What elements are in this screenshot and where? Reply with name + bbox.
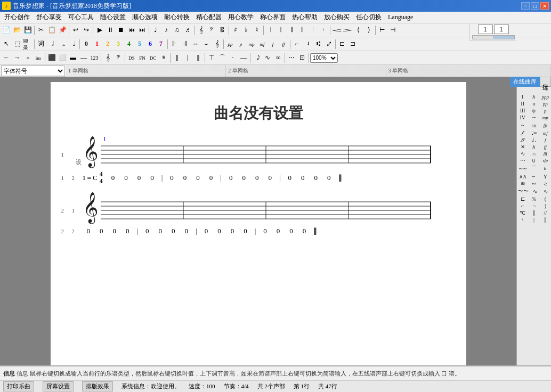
cursor-btn[interactable]: ↖	[1, 39, 12, 50]
pause-btn[interactable]: ⏸	[105, 25, 116, 36]
dyn-ppp[interactable]: ppp	[541, 94, 550, 100]
open-btn[interactable]: 📂	[12, 25, 22, 36]
num1-btn[interactable]: 1	[92, 39, 102, 50]
minimize-button[interactable]: －	[521, 2, 530, 10]
misc6-btn[interactable]: 𝄅	[318, 25, 329, 36]
treble-clef-btn[interactable]: 𝄞	[196, 25, 206, 36]
align-center-btn[interactable]: ⬜	[57, 53, 68, 63]
dyn-quarternote[interactable]: ♩=	[529, 130, 538, 136]
chord-btn[interactable]: ⑆	[313, 39, 323, 50]
dyn-ff[interactable]: ff	[541, 144, 550, 150]
dyn-ff-btn[interactable]: ff	[278, 39, 289, 50]
bass2-btn[interactable]: 𝄢	[113, 53, 124, 63]
nav-left-btn[interactable]: ←	[1, 53, 12, 63]
redo-btn[interactable]: ↪	[81, 25, 92, 36]
trill-btn[interactable]: 𝄞	[212, 39, 222, 50]
bass-clef-btn[interactable]: 𝄢	[206, 25, 217, 36]
dyn-mf-btn[interactable]: mf	[257, 39, 268, 50]
play-btn[interactable]: ▶	[94, 25, 105, 36]
misc2-btn[interactable]: 𝄁	[276, 25, 286, 36]
segno-btn[interactable]: 𝄋	[158, 53, 169, 63]
dyn-sf[interactable]: 𝆑	[518, 130, 527, 136]
note-eighth-btn[interactable]: ♪	[161, 25, 172, 36]
dyn-III[interactable]: III	[518, 108, 527, 113]
dyn-fff[interactable]: fff	[541, 151, 550, 156]
bar-btn[interactable]: —	[78, 53, 89, 63]
dyn-wavy3[interactable]: ∿	[531, 189, 539, 194]
dyn-wave[interactable]: ～	[518, 121, 527, 129]
barline-btn[interactable]: |	[182, 53, 193, 63]
misc10-btn[interactable]: ⟩	[363, 25, 374, 36]
menu-rexin[interactable]: 热心帮助	[289, 12, 321, 23]
dyn-sine[interactable]: ∾	[529, 181, 538, 186]
misc5-btn[interactable]: 𝄄	[307, 25, 318, 36]
dyn-arc[interactable]: ∩	[529, 151, 538, 157]
zoom-slider-track[interactable]	[472, 35, 515, 39]
dyn-frown[interactable]: ⌣	[529, 173, 538, 179]
zoom-select[interactable]: 100% 75% 125% 150%	[310, 53, 338, 63]
staccato-btn[interactable]: ·	[228, 53, 238, 63]
note1-btn[interactable]: 𝅗𝅥	[46, 39, 57, 50]
num6-btn[interactable]: 6	[145, 39, 156, 50]
dyn-wavy[interactable]: ∿	[518, 151, 527, 157]
dyn-f-btn[interactable]: f	[268, 39, 278, 50]
close-button[interactable]: ✕	[540, 2, 549, 10]
paste-btn[interactable]: 📌	[57, 25, 68, 36]
print-btn[interactable]: 打印乐曲	[3, 381, 34, 391]
num-btn[interactable]: 123	[89, 53, 100, 63]
restore-button[interactable]: □	[531, 2, 539, 10]
dyn-wwaves[interactable]: 〜〜	[518, 187, 529, 195]
format-btn1[interactable]: ≡	[22, 53, 33, 63]
slur-btn[interactable]: ⌣	[201, 39, 212, 50]
dyn-corner2[interactable]: ¬	[529, 203, 538, 209]
menu-kaixin[interactable]: 开心创作	[1, 12, 33, 23]
ledger-btn[interactable]: ⊤	[206, 53, 217, 63]
menu-kexin[interactable]: 可心工具	[65, 12, 97, 23]
new-btn[interactable]: 📄	[1, 25, 12, 36]
forward-btn[interactable]: ⏭	[137, 25, 148, 36]
fn-btn[interactable]: FN	[137, 53, 148, 63]
dyn-pct[interactable]: %	[529, 196, 538, 202]
note2-btn[interactable]: 𝅝	[57, 39, 68, 50]
note-32nd-btn[interactable]: ♬	[182, 25, 193, 36]
dyn-II[interactable]: II	[518, 101, 527, 107]
dyn-dbar[interactable]: ‖	[529, 210, 538, 216]
format-btn2[interactable]: ins	[33, 53, 44, 63]
word-btn[interactable]: 词	[36, 39, 46, 50]
align-right-btn[interactable]: ▬	[68, 53, 78, 63]
undo-btn[interactable]: ↩	[70, 25, 81, 36]
grace-btn[interactable]: 𝅘𝅥𝅮	[252, 53, 262, 63]
note-16th-btn[interactable]: ♫	[172, 25, 182, 36]
select-btn[interactable]: ⬚	[12, 39, 22, 50]
dyn-bar[interactable]: |	[529, 217, 538, 223]
menu-naixin[interactable]: 耐心转换	[161, 12, 193, 23]
menu-shuxin[interactable]: 舒心享受	[33, 12, 65, 23]
dyn-dots[interactable]: ⋯	[518, 158, 527, 164]
dyn-mf[interactable]: mf	[541, 130, 550, 136]
dyn-sff[interactable]: 𝆑𝆑	[518, 137, 527, 143]
dyn-y[interactable]: Y	[541, 174, 550, 179]
tie-btn[interactable]: ⌢	[190, 39, 201, 50]
ds-btn[interactable]: DS	[126, 53, 137, 63]
layout-btn[interactable]: 排版效果	[82, 381, 113, 391]
dyn-smile[interactable]: ⌒	[529, 165, 538, 172]
dyn-x[interactable]: ✕	[518, 144, 527, 150]
dyn-mp[interactable]: mp	[541, 115, 550, 120]
dyn-tr[interactable]: tr	[541, 166, 550, 171]
tuplet-btn[interactable]: ⑇	[323, 39, 334, 50]
dyn-pp[interactable]: pp	[541, 101, 550, 107]
menu-suixin[interactable]: 随心设置	[97, 12, 129, 23]
dyn-mp-btn[interactable]: mp	[246, 39, 257, 50]
hide-btn[interactable]: 隐录	[22, 39, 33, 50]
online-lib-button[interactable]: 在线曲库	[510, 77, 516, 87]
misc3-btn[interactable]: 𝄂	[286, 25, 297, 36]
menu-fangxin[interactable]: 放心购买	[321, 12, 353, 23]
dyn-lparen[interactable]: (	[541, 196, 550, 202]
misc21-btn[interactable]: ⊐	[347, 39, 358, 50]
misc12-btn[interactable]: ⊣	[387, 25, 398, 36]
nav-right-btn[interactable]: →	[12, 53, 22, 63]
misc9-btn[interactable]: ⟨	[353, 25, 363, 36]
misc7-btn[interactable]: 𝆒	[331, 25, 342, 36]
rewind-btn[interactable]: ⏮	[126, 25, 137, 36]
note3-btn[interactable]: 𝅘𝅥	[68, 39, 78, 50]
